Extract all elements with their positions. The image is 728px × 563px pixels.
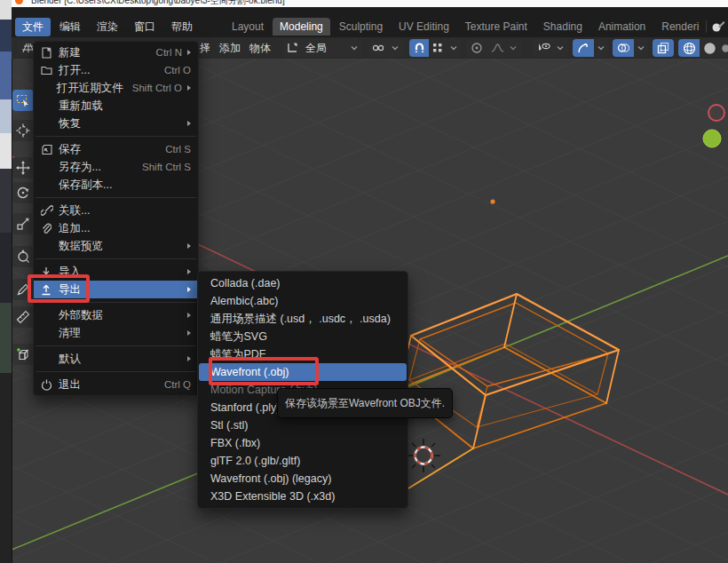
export-item-stl[interactable]: Stl (.stl) xyxy=(198,416,408,434)
visibility-dropdown[interactable] xyxy=(533,39,568,57)
menu-help[interactable]: 帮助 xyxy=(164,18,200,36)
gizmos-toggle[interactable] xyxy=(573,39,594,57)
chevron-down-icon xyxy=(450,45,457,51)
export-item-wavefront-obj[interactable]: Wavefront (.obj) xyxy=(199,363,407,381)
file-menu-item-link[interactable]: 关联... xyxy=(34,202,198,219)
snap-mode-button[interactable] xyxy=(429,39,447,57)
falloff-type-button[interactable] xyxy=(487,39,507,57)
falloff-dropdown-button[interactable] xyxy=(507,39,519,57)
tool-rotate[interactable] xyxy=(12,182,34,203)
orientation-label: 全局 xyxy=(302,41,330,56)
tool-cursor[interactable] xyxy=(12,120,34,141)
file-menu-item-open[interactable]: 打开... Ctrl O xyxy=(34,61,198,79)
export-item-alembic[interactable]: Alembic(.abc) xyxy=(198,292,408,310)
chevron-down-icon xyxy=(392,45,399,51)
overlays-dropdown[interactable] xyxy=(634,39,648,57)
menu-separator xyxy=(36,258,196,259)
file-menu-item-defaults[interactable]: 默认 xyxy=(34,350,198,368)
magnet-icon xyxy=(414,43,425,54)
shading-wireframe-button[interactable] xyxy=(678,39,700,57)
file-menu-item-recover[interactable]: 恢复 xyxy=(34,115,198,132)
file-menu-item-data-preview[interactable]: 数据预览 xyxy=(34,237,198,255)
file-menu-item-new[interactable]: 新建 Ctrl N xyxy=(34,44,198,61)
shading-material-button[interactable] xyxy=(719,39,728,57)
export-item-fbx[interactable]: FBX (.fbx) xyxy=(198,434,408,452)
xray-toggle[interactable] xyxy=(653,39,674,57)
chevron-down-icon xyxy=(557,45,564,51)
pivot-point-dropdown[interactable] xyxy=(368,39,404,57)
file-menu-item-save[interactable]: 保存 Ctrl S xyxy=(34,140,198,158)
workspace-tabs: Layout Modeling Sculpting UV Editing Tex… xyxy=(225,18,706,36)
falloff-curve-icon xyxy=(491,43,504,53)
file-menu-item-revert[interactable]: 重新加载 xyxy=(34,97,198,115)
export-item-grease-pencil-svg[interactable]: 蜡笔为SVG xyxy=(198,328,408,345)
object-menu[interactable]: 物体 xyxy=(249,41,271,56)
submenu-arrow-icon xyxy=(187,313,191,318)
menu-window[interactable]: 窗口 xyxy=(127,18,162,36)
file-menu-item-external-data[interactable]: 外部数据 xyxy=(34,306,198,324)
import-arrow-icon xyxy=(41,266,59,278)
cursor-tool-icon xyxy=(16,123,30,138)
file-menu-item-append[interactable]: 追加... xyxy=(34,219,198,237)
menu-edit[interactable]: 编辑 xyxy=(52,18,88,36)
menu-file[interactable]: 文件 xyxy=(15,18,51,36)
snap-toggle-button[interactable] xyxy=(409,39,429,57)
file-menu-item-clean-up[interactable]: 清理 xyxy=(34,324,198,342)
menu-render[interactable]: 渲染 xyxy=(90,18,125,36)
menu-separator xyxy=(36,302,196,303)
gizmo-icon xyxy=(577,42,590,54)
blender-app: { "window_title": "Blender [C:\\Users\\C… xyxy=(0,0,728,563)
export-item-wavefront-legacy[interactable]: Wavefront (.obj) (legacy) xyxy=(198,470,408,488)
xray-icon xyxy=(657,42,669,54)
tool-transform[interactable] xyxy=(12,246,34,267)
tab-texture-paint[interactable]: Texture Paint xyxy=(458,18,534,36)
proportional-editing-toggle[interactable] xyxy=(466,39,487,57)
file-menu-item-export[interactable]: 导出 xyxy=(34,281,198,298)
transform-tool-icon xyxy=(16,250,30,264)
snap-grid-icon xyxy=(432,43,443,53)
tab-modeling[interactable]: Modeling xyxy=(273,18,330,36)
shading-solid-button[interactable] xyxy=(700,39,719,57)
pivot-point-icon xyxy=(372,42,384,54)
submenu-arrow-icon xyxy=(187,269,191,274)
tool-measure[interactable] xyxy=(12,306,34,328)
save-icon xyxy=(41,144,59,155)
export-item-usd[interactable]: 通用场景描述 (.usd， .usdc， .usda) xyxy=(198,310,408,328)
export-item-collada[interactable]: Collada (.dae) xyxy=(198,274,408,292)
gizmos-dropdown[interactable] xyxy=(594,39,608,57)
add-menu[interactable]: 添加 xyxy=(219,41,241,56)
scene-icon xyxy=(710,20,726,34)
file-menu-item-save-copy[interactable]: 保存副本... xyxy=(34,176,198,194)
tab-uv-editing[interactable]: UV Editing xyxy=(392,18,456,36)
select-menu[interactable]: 择 xyxy=(200,41,210,56)
blender-logo-icon xyxy=(15,0,23,4)
overlays-toggle[interactable] xyxy=(613,39,634,57)
submenu-arrow-icon xyxy=(187,50,191,55)
scene-selector[interactable]: Sce xyxy=(706,20,728,34)
tool-annotate[interactable] xyxy=(12,279,34,300)
tool-move[interactable] xyxy=(12,157,34,178)
tab-animation[interactable]: Animation xyxy=(591,18,653,36)
tooltip-text: 保存该场景至Wavefront OBJ文件. xyxy=(285,396,445,411)
tab-rendering[interactable]: Renderi xyxy=(654,18,706,36)
link-icon xyxy=(41,205,59,216)
snap-dropdown-button[interactable] xyxy=(447,39,461,57)
export-item-gltf[interactable]: glTF 2.0 (.glb/.gltf) xyxy=(198,452,408,470)
export-item-grease-pencil-pdf[interactable]: 蜡笔为PDF xyxy=(198,345,408,363)
tool-add-cube[interactable] xyxy=(12,344,34,365)
tab-sculpting[interactable]: Sculpting xyxy=(332,18,390,36)
menu-separator xyxy=(36,197,196,198)
transform-orientation-dropdown[interactable]: 全局 xyxy=(282,39,362,57)
file-menu-item-quit[interactable]: 退出 Ctrl Q xyxy=(34,376,198,393)
gizmos-controls xyxy=(573,39,608,57)
window-titlebar: Blender [C:\Users\CX\Desktop\gong\baoye\… xyxy=(12,0,728,7)
tool-scale[interactable] xyxy=(12,213,34,234)
tab-layout[interactable]: Layout xyxy=(225,18,271,36)
file-menu-item-open-recent[interactable]: 打开近期文件 Shift Ctrl O xyxy=(34,79,198,97)
file-menu-item-import[interactable]: 导入 xyxy=(34,263,198,281)
file-menu-item-save-as[interactable]: 另存为... Shift Ctrl S xyxy=(34,158,198,176)
export-item-x3d[interactable]: X3D Extensible 3D (.x3d) xyxy=(198,488,408,505)
nav-gizmo[interactable] xyxy=(703,105,724,147)
tab-shading[interactable]: Shading xyxy=(536,18,590,36)
tool-select-box[interactable] xyxy=(12,90,34,111)
